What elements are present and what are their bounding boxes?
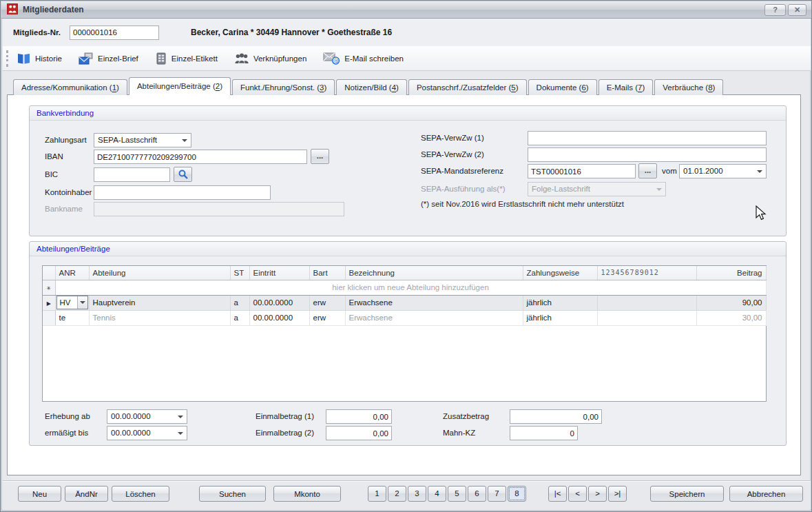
nav-first-button[interactable]: |< [548,486,567,502]
toolbar-item-label: E-Mail schreiben [344,54,404,63]
single-label-icon [155,52,167,65]
column-header-beitrag[interactable]: Beitrag [696,266,766,280]
ermaessigt-bis-select[interactable]: 00.00.0000 [107,426,187,440]
table-row[interactable]: ▶ HV Hauptverein a 00.00.0000 erw Erwach… [43,295,766,310]
cell-bart: erw [309,295,345,310]
cell-bezeichnung: Erwachsene [345,310,523,325]
anr-cell-select[interactable]: HV [56,296,88,309]
cell-st: a [230,295,249,310]
toolbar-item-label: Historie [35,54,62,63]
erhebung-ab-select[interactable]: 00.00.0000 [107,409,187,424]
page-8-button[interactable]: 8 [508,486,526,502]
close-button[interactable]: ✕ [788,4,806,16]
history-book-icon [17,52,31,65]
einmalbetrag2-input[interactable] [326,426,392,440]
mahn-kz-input[interactable] [510,426,578,440]
zahlungsart-select[interactable]: SEPA-Lastschrift [94,133,191,147]
historie-button[interactable]: Historie [17,52,62,65]
nav-prev-button[interactable]: < [568,486,587,502]
table-row[interactable]: te Tennis a 00.00.0000 erw Erwachsene jä… [43,310,766,325]
cell-beitrag: 30,00 [696,310,766,325]
toolbar-item-label: Verknüpfungen [253,54,306,63]
write-email-icon: @ [323,52,340,65]
record-nav-buttons: |< < > >| [548,486,627,502]
column-header-abteilung[interactable]: Abteilung [89,266,230,280]
sepa-verwzw2-input[interactable] [528,147,767,162]
sepa-mandatsreferenz-label: SEPA-Mandatsreferenz [421,164,503,178]
einzel-brief-button[interactable]: Einzel-Brief [79,52,138,65]
sepa-verwzw1-input[interactable] [528,131,767,145]
chevron-down-icon [182,139,187,142]
iban-label: IBAN [45,150,63,163]
toolbar-grip[interactable] [6,50,8,67]
loeschen-button[interactable]: Löschen [112,486,169,502]
mandat-vom-date-select[interactable]: 01.01.2000 [679,164,767,178]
zahlungsart-label: Zahlungsart [45,133,87,147]
column-header-anr[interactable]: ANR [55,266,89,280]
sepa-mandatsreferenz-input[interactable] [528,164,636,178]
page-buttons: 1 2 3 4 5 6 7 8 [368,486,526,502]
page-6-button[interactable]: 6 [468,486,486,502]
sepa-verwzw1-label: SEPA-VerwZw (1) [421,131,484,145]
iban-input[interactable] [94,150,307,164]
column-header-st[interactable]: ST [230,266,249,280]
bic-search-button[interactable] [174,167,192,182]
row-selector-header [43,266,55,280]
zusatzbetrag-input[interactable] [510,409,602,424]
tab-abteilungen-beitraege[interactable]: Abteilungen/Beiträge (2) [129,77,231,95]
tab-funkt-ehrung-sonst[interactable]: Funkt./Ehrung/Sonst. (3) [232,79,335,95]
single-letter-icon [79,52,94,65]
help-button[interactable]: ? [764,4,786,16]
page-5-button[interactable]: 5 [448,486,466,502]
column-header-bezeichnung[interactable]: Bezeichnung [345,266,523,280]
aendnr-button[interactable]: ÄndNr [65,486,108,502]
titlebar[interactable]: Mitgliederdaten ? ✕ [1,1,812,19]
page-3-button[interactable]: 3 [408,486,426,502]
zusatzbetrag-label: Zusatzbetrag [443,409,489,423]
verknuepfungen-button[interactable]: Verknüpfungen [234,52,306,65]
email-schreiben-button[interactable]: @ E-Mail schreiben [323,52,404,65]
speichern-button[interactable]: Speichern [650,486,724,502]
cell-bezeichnung: Erwachsene [345,295,523,310]
tab-notizen-bild[interactable]: Notizen/Bild (4) [336,79,407,95]
tab-page-abteilungen-beitraege: Bankverbindung Zahlungsart SEPA-Lastschr… [7,94,801,475]
tab-adresse-kommunikation[interactable]: Adresse/Kommunikation (1) [13,79,127,95]
mandatsreferenz-browse-button[interactable]: ... [638,163,657,178]
einmalbetrag1-label: Einmalbetrag (1) [256,409,314,423]
abbrechen-button[interactable]: Abbrechen [729,486,803,502]
tab-verbraeuche[interactable]: Verbräuche (8) [654,79,723,95]
mkonto-button[interactable]: Mkonto [273,486,341,502]
cell-abteilung: Hauptverein [89,295,230,310]
suchen-button[interactable]: Suchen [199,486,266,502]
new-row[interactable]: ✳ hier klicken um neue Abteilung hinzuzu… [43,280,766,295]
chevron-down-icon [656,188,662,191]
nav-next-button[interactable]: > [588,486,607,502]
ermaessigt-bis-label: ermäßigt bis [45,426,88,440]
svg-text:@: @ [333,57,339,64]
neu-button[interactable]: Neu [18,486,61,502]
nav-last-button[interactable]: >| [608,486,627,502]
einzel-etikett-button[interactable]: Einzel-Etikett [155,52,218,65]
page-2-button[interactable]: 2 [388,486,406,502]
page-1-button[interactable]: 1 [368,486,386,502]
page-4-button[interactable]: 4 [428,486,446,502]
bic-input[interactable] [94,167,170,182]
kontoinhaber-input[interactable] [94,185,271,200]
bankverbindung-group: Bankverbindung Zahlungsart SEPA-Lastschr… [29,105,787,236]
tab-postanschrf-zusatzfelder[interactable]: Postanschrf./Zusatzfelder (5) [408,79,527,95]
tab-dokumente[interactable]: Dokumente (6) [528,79,597,95]
bankname-label: Bankname [45,202,83,216]
einmalbetrag1-input[interactable] [326,409,392,424]
tab-emails[interactable]: E-Mails (7) [598,79,654,95]
column-header-bart[interactable]: Bart [309,266,345,280]
member-no-input[interactable] [70,25,159,40]
sepa-note: (*) seit Nov.2016 wird Erstlastschrift n… [421,200,624,208]
column-header-zahlungsweise[interactable]: Zahlungsweise [523,266,597,280]
einmalbetrag2-label: Einmalbetrag (2) [256,426,314,440]
column-header-eintritt[interactable]: Eintritt [249,266,309,280]
chevron-down-icon [178,416,183,418]
iban-browse-button[interactable]: ... [311,149,329,164]
chevron-down-icon[interactable] [77,296,87,309]
column-header-monate[interactable]: 123456789012 [597,266,696,280]
page-7-button[interactable]: 7 [488,486,506,502]
